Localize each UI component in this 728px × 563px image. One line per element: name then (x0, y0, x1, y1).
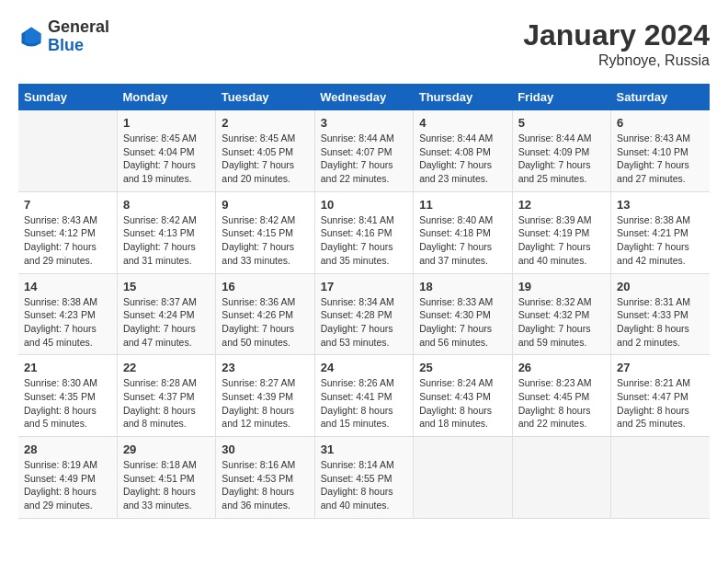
sunrise-text: Sunrise: 8:42 AM (123, 214, 197, 225)
day-number: 10 (321, 198, 407, 212)
day-detail: Sunrise: 8:33 AMSunset: 4:30 PMDaylight:… (419, 295, 506, 350)
day-number: 29 (123, 442, 210, 456)
day-detail: Sunrise: 8:42 AMSunset: 4:15 PMDaylight:… (222, 213, 308, 268)
calendar-cell (18, 110, 117, 191)
day-number: 2 (222, 116, 308, 130)
day-detail: Sunrise: 8:45 AMSunset: 4:04 PMDaylight:… (123, 132, 210, 186)
day-number: 30 (222, 442, 308, 456)
daylight-text: Daylight: 7 hours and 33 minutes. (222, 241, 294, 266)
sunrise-text: Sunrise: 8:21 AM (617, 377, 690, 388)
daylight-text: Daylight: 8 hours and 2 minutes. (617, 323, 689, 348)
day-number: 22 (123, 361, 210, 374)
day-detail: Sunrise: 8:21 AMSunset: 4:47 PMDaylight:… (617, 376, 704, 431)
sunrise-text: Sunrise: 8:18 AM (123, 459, 197, 470)
day-detail: Sunrise: 8:34 AMSunset: 4:28 PMDaylight:… (321, 295, 407, 350)
logo-general-text: General (48, 17, 109, 36)
daylight-text: Daylight: 8 hours and 5 minutes. (24, 405, 97, 430)
day-detail: Sunrise: 8:23 AMSunset: 4:45 PMDaylight:… (518, 376, 605, 431)
sunset-text: Sunset: 4:30 PM (419, 309, 491, 320)
calendar-cell: 25Sunrise: 8:24 AMSunset: 4:43 PMDayligh… (414, 355, 512, 437)
day-number: 9 (222, 198, 308, 212)
calendar-cell: 14Sunrise: 8:38 AMSunset: 4:23 PMDayligh… (18, 273, 117, 355)
sunrise-text: Sunrise: 8:45 AM (222, 132, 295, 144)
sunset-text: Sunset: 4:19 PM (518, 227, 590, 238)
column-header-monday: Monday (117, 84, 215, 110)
logo-text: General Blue (48, 18, 109, 55)
day-number: 4 (419, 116, 506, 130)
calendar-cell: 31Sunrise: 8:14 AMSunset: 4:55 PMDayligh… (314, 437, 413, 519)
daylight-text: Daylight: 8 hours and 8 minutes. (123, 405, 196, 430)
column-header-thursday: Thursday (414, 84, 512, 110)
day-detail: Sunrise: 8:44 AMSunset: 4:08 PMDaylight:… (419, 132, 506, 186)
day-detail: Sunrise: 8:27 AMSunset: 4:39 PMDaylight:… (222, 376, 308, 431)
sunrise-text: Sunrise: 8:34 AM (321, 296, 394, 307)
sunset-text: Sunset: 4:24 PM (123, 309, 195, 320)
daylight-text: Daylight: 7 hours and 59 minutes. (518, 323, 591, 348)
sunrise-text: Sunrise: 8:23 AM (518, 377, 592, 388)
day-detail: Sunrise: 8:28 AMSunset: 4:37 PMDaylight:… (123, 376, 210, 431)
daylight-text: Daylight: 7 hours and 25 minutes. (518, 159, 591, 184)
sunset-text: Sunset: 4:26 PM (222, 309, 293, 320)
daylight-text: Daylight: 7 hours and 22 minutes. (321, 159, 393, 184)
daylight-text: Daylight: 7 hours and 19 minutes. (123, 159, 196, 184)
daylight-text: Daylight: 7 hours and 27 minutes. (617, 159, 689, 184)
calendar-cell: 1Sunrise: 8:45 AMSunset: 4:04 PMDaylight… (117, 110, 215, 191)
calendar-cell: 5Sunrise: 8:44 AMSunset: 4:09 PMDaylight… (512, 110, 610, 191)
day-detail: Sunrise: 8:19 AMSunset: 4:49 PMDaylight:… (24, 458, 111, 512)
daylight-text: Daylight: 8 hours and 40 minutes. (321, 486, 393, 511)
day-number: 21 (24, 361, 111, 374)
calendar-week-row: 1Sunrise: 8:45 AMSunset: 4:04 PMDaylight… (18, 110, 710, 191)
daylight-text: Daylight: 7 hours and 31 minutes. (123, 241, 196, 266)
day-number: 6 (617, 116, 704, 130)
daylight-text: Daylight: 7 hours and 35 minutes. (321, 241, 393, 266)
calendar-cell: 6Sunrise: 8:43 AMSunset: 4:10 PMDaylight… (611, 110, 710, 191)
calendar-cell: 9Sunrise: 8:42 AMSunset: 4:15 PMDaylight… (216, 191, 314, 273)
calendar-table: SundayMondayTuesdayWednesdayThursdayFrid… (18, 84, 710, 519)
sunrise-text: Sunrise: 8:32 AM (518, 296, 592, 307)
day-detail: Sunrise: 8:39 AMSunset: 4:19 PMDaylight:… (518, 213, 605, 268)
calendar-header-row: SundayMondayTuesdayWednesdayThursdayFrid… (18, 84, 710, 110)
day-number: 7 (24, 198, 111, 212)
day-detail: Sunrise: 8:30 AMSunset: 4:35 PMDaylight:… (24, 376, 111, 431)
sunset-text: Sunset: 4:35 PM (24, 391, 96, 402)
sunset-text: Sunset: 4:09 PM (518, 146, 590, 157)
day-detail: Sunrise: 8:43 AMSunset: 4:12 PMDaylight:… (24, 213, 111, 268)
daylight-text: Daylight: 7 hours and 53 minutes. (321, 323, 393, 348)
day-number: 16 (222, 280, 308, 293)
column-header-tuesday: Tuesday (216, 84, 314, 110)
sunrise-text: Sunrise: 8:38 AM (617, 214, 690, 225)
day-detail: Sunrise: 8:45 AMSunset: 4:05 PMDaylight:… (222, 132, 308, 186)
calendar-cell: 21Sunrise: 8:30 AMSunset: 4:35 PMDayligh… (18, 355, 117, 437)
sunset-text: Sunset: 4:53 PM (222, 473, 293, 484)
logo-icon (18, 24, 44, 50)
sunset-text: Sunset: 4:37 PM (123, 391, 195, 402)
calendar-cell: 28Sunrise: 8:19 AMSunset: 4:49 PMDayligh… (18, 437, 117, 519)
day-number: 12 (518, 198, 605, 212)
sunset-text: Sunset: 4:16 PM (321, 227, 392, 238)
sunset-text: Sunset: 4:32 PM (518, 309, 590, 320)
sunset-text: Sunset: 4:47 PM (617, 391, 688, 402)
sunset-text: Sunset: 4:28 PM (321, 309, 392, 320)
day-detail: Sunrise: 8:24 AMSunset: 4:43 PMDaylight:… (419, 376, 506, 431)
daylight-text: Daylight: 8 hours and 15 minutes. (321, 405, 393, 430)
sunrise-text: Sunrise: 8:36 AM (222, 296, 295, 307)
daylight-text: Daylight: 7 hours and 50 minutes. (222, 323, 294, 348)
column-header-saturday: Saturday (611, 84, 710, 110)
column-header-friday: Friday (512, 84, 610, 110)
day-number: 26 (518, 361, 605, 374)
calendar-cell: 17Sunrise: 8:34 AMSunset: 4:28 PMDayligh… (314, 273, 413, 355)
day-detail: Sunrise: 8:37 AMSunset: 4:24 PMDaylight:… (123, 295, 210, 350)
sunset-text: Sunset: 4:43 PM (419, 391, 491, 402)
day-number: 27 (617, 361, 704, 374)
day-detail: Sunrise: 8:41 AMSunset: 4:16 PMDaylight:… (321, 213, 407, 268)
sunrise-text: Sunrise: 8:37 AM (123, 296, 197, 307)
sunrise-text: Sunrise: 8:43 AM (24, 214, 97, 225)
day-detail: Sunrise: 8:14 AMSunset: 4:55 PMDaylight:… (321, 458, 407, 512)
day-number: 28 (24, 442, 111, 456)
sunset-text: Sunset: 4:07 PM (321, 146, 392, 157)
day-number: 25 (419, 361, 506, 374)
daylight-text: Daylight: 7 hours and 47 minutes. (123, 323, 196, 348)
daylight-text: Daylight: 7 hours and 42 minutes. (617, 241, 689, 266)
sunrise-text: Sunrise: 8:44 AM (419, 132, 493, 144)
sunset-text: Sunset: 4:05 PM (222, 146, 293, 157)
